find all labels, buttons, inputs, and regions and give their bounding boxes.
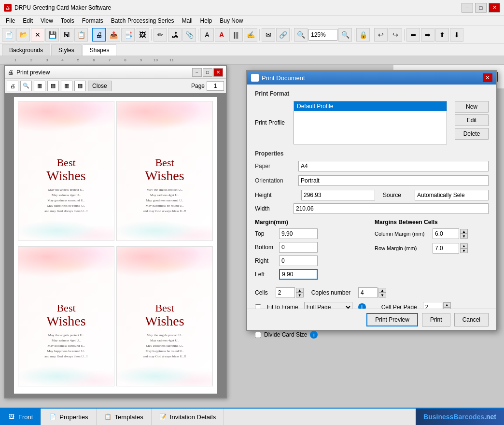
menu-view[interactable]: View: [37, 16, 57, 25]
dialog-close-btn[interactable]: ✕: [483, 73, 492, 82]
cells-up[interactable]: ▲: [296, 288, 304, 293]
menu-help[interactable]: Help: [196, 16, 216, 25]
bottom-tab-properties[interactable]: 📄 Properties: [41, 409, 96, 425]
template-button[interactable]: 📋: [74, 28, 88, 42]
bottom-tab-front[interactable]: 🖼 Front: [0, 409, 41, 425]
delete-profile-btn[interactable]: Delete: [455, 128, 489, 140]
col-margin-up[interactable]: ▲: [460, 229, 468, 234]
preview-layout2-btn[interactable]: ▦: [47, 81, 59, 91]
copies-down[interactable]: ▼: [378, 293, 386, 298]
right-input[interactable]: [279, 255, 318, 266]
left-input[interactable]: [279, 269, 318, 280]
sep-1: [90, 29, 90, 41]
menu-buy[interactable]: Buy Now: [216, 16, 247, 25]
menu-tools[interactable]: Tools: [57, 16, 78, 25]
lock-button[interactable]: 🔒: [356, 28, 370, 42]
print-preview-btn[interactable]: Print Preview: [366, 313, 418, 326]
card-flowers-bottom-2: [117, 216, 212, 241]
top-input[interactable]: [279, 228, 318, 239]
barcode-button[interactable]: |||: [229, 28, 243, 42]
height-input[interactable]: [301, 190, 375, 200]
align-right-btn[interactable]: ➡: [421, 28, 434, 42]
profile-item-default[interactable]: Default Profile: [294, 101, 447, 111]
align-down-btn[interactable]: ⬇: [450, 28, 463, 42]
close-button[interactable]: ✕: [489, 3, 500, 13]
pic-button[interactable]: 🏞: [168, 28, 182, 42]
cells-down[interactable]: ▼: [296, 293, 304, 298]
zoom-out-btn[interactable]: 🔍: [338, 28, 352, 42]
preview-minimize[interactable]: −: [192, 68, 202, 77]
img-button[interactable]: 🖼: [136, 28, 149, 42]
minimize-button[interactable]: −: [462, 3, 473, 13]
maximize-button[interactable]: □: [475, 3, 487, 13]
pen-button[interactable]: ✏: [154, 28, 167, 42]
copies-spinner[interactable]: ▲ ▼: [378, 288, 386, 298]
paper-input[interactable]: [298, 161, 489, 171]
new-button[interactable]: 📄: [2, 28, 15, 42]
link-button[interactable]: 🔗: [276, 28, 290, 42]
print-btn[interactable]: Print: [422, 313, 450, 326]
align-left-btn[interactable]: ⬅: [406, 28, 420, 42]
undo-button[interactable]: ↩: [374, 28, 388, 42]
col-margin-down[interactable]: ▼: [460, 234, 468, 239]
profile-listbox[interactable]: Default Profile: [294, 101, 447, 144]
export-button[interactable]: 📤: [107, 28, 120, 42]
preview-print-btn[interactable]: 🖨: [7, 81, 18, 91]
save-as-button[interactable]: 🖫: [60, 28, 73, 42]
text-button[interactable]: A: [200, 28, 214, 42]
tab-styles[interactable]: Styles: [51, 44, 82, 56]
width-input[interactable]: [294, 203, 489, 214]
copies-up[interactable]: ▲: [378, 288, 386, 293]
row-margin-input[interactable]: [433, 243, 459, 254]
tab-shapes[interactable]: Shapes: [83, 44, 117, 56]
copies-input[interactable]: [358, 287, 378, 298]
tab-backgrounds[interactable]: Backgrounds: [2, 44, 50, 56]
divide-card-info-icon[interactable]: i: [310, 331, 318, 339]
clip-button[interactable]: 📎: [182, 28, 196, 42]
menu-batch[interactable]: Batch Processing Series: [107, 16, 178, 25]
divide-card-checkbox[interactable]: [255, 332, 261, 338]
bottom-tab-invitation[interactable]: 📝 Invitation Details: [152, 409, 224, 425]
menu-edit[interactable]: Edit: [19, 16, 37, 25]
menu-file[interactable]: File: [2, 16, 19, 25]
col-margin-spinner[interactable]: ▲ ▼: [460, 229, 468, 239]
redo-button[interactable]: ↪: [389, 28, 402, 42]
source-input[interactable]: [415, 190, 489, 200]
preview-close-btn[interactable]: Close: [88, 81, 112, 91]
preview-close[interactable]: ✕: [213, 68, 223, 77]
pdf-button[interactable]: 📑: [121, 28, 135, 42]
card-title-4: BestWishes: [143, 302, 186, 329]
align-up-btn[interactable]: ⬆: [435, 28, 449, 42]
menu-formats[interactable]: Formats: [78, 16, 107, 25]
open-button[interactable]: 📂: [16, 28, 30, 42]
cancel-btn[interactable]: Cancel: [454, 313, 489, 326]
row-margin-up[interactable]: ▲: [460, 243, 468, 248]
signature-button[interactable]: ✍: [244, 28, 257, 42]
delete-button[interactable]: ✕: [31, 28, 44, 42]
preview-maximize[interactable]: □: [203, 68, 212, 77]
col-margin-input[interactable]: [433, 228, 459, 239]
menu-mail[interactable]: Mail: [178, 16, 196, 25]
preview-layout4-btn[interactable]: ▦: [74, 81, 86, 91]
row-margin-spinner[interactable]: ▲ ▼: [460, 243, 468, 253]
preview-page-input[interactable]: [207, 81, 224, 91]
edit-profile-btn[interactable]: Edit: [455, 114, 489, 126]
wordart-button[interactable]: A: [215, 28, 228, 42]
zoom-in-btn[interactable]: 🔍: [294, 28, 308, 42]
save-button[interactable]: 💾: [45, 28, 59, 42]
col-margin-label: Column Margin (mm): [375, 231, 433, 237]
preview-layout1-btn[interactable]: ▦: [34, 81, 45, 91]
preview-layout3-btn[interactable]: ▦: [61, 81, 72, 91]
cell-per-page-up[interactable]: ▲: [443, 302, 451, 307]
print-button[interactable]: 🖨: [92, 28, 106, 42]
cells-input[interactable]: [276, 287, 295, 298]
email-button[interactable]: ✉: [262, 28, 275, 42]
new-profile-btn[interactable]: New: [455, 101, 489, 113]
preview-search-btn[interactable]: 🔍: [20, 81, 32, 91]
row-margin-down[interactable]: ▼: [460, 248, 468, 253]
bottom-margin-row: Bottom: [255, 242, 369, 253]
cells-spinner[interactable]: ▲ ▼: [296, 288, 304, 298]
orientation-input[interactable]: [298, 175, 489, 186]
bottom-input[interactable]: [279, 242, 318, 253]
bottom-tab-templates[interactable]: 📋 Templates: [97, 409, 152, 425]
